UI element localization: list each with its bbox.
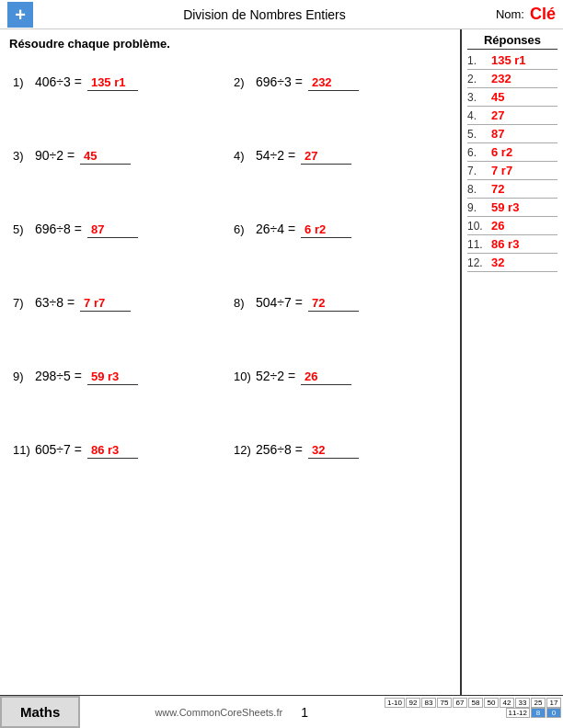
problem-equation: 696÷3 = bbox=[256, 74, 303, 89]
response-number: 3. bbox=[467, 91, 488, 104]
problem-content: 10) 52÷2 = 26 bbox=[234, 369, 447, 385]
problem-content: 1) 406÷3 = 135 r1 bbox=[13, 74, 226, 91]
problem-number: 3) bbox=[13, 149, 31, 163]
answer-line: 59 r3 bbox=[87, 370, 138, 385]
response-value: 32 bbox=[491, 256, 504, 269]
response-number: 12. bbox=[467, 256, 488, 269]
stats-row-header: 1-10 92 83 75 67 58 50 42 33 25 17 bbox=[385, 698, 561, 708]
answer-line: 26 bbox=[301, 370, 351, 385]
answer-value: 6 r2 bbox=[301, 222, 329, 236]
response-value: 232 bbox=[491, 72, 511, 85]
problem-equation: 90÷2 = bbox=[35, 148, 75, 163]
problem-equation: 605÷7 = bbox=[35, 442, 82, 457]
problem-number: 12) bbox=[234, 443, 252, 457]
problem-content: 9) 298÷5 = 59 r3 bbox=[13, 369, 226, 385]
response-number: 11. bbox=[467, 238, 488, 251]
response-item: 1. 135 r1 bbox=[467, 51, 557, 70]
problem-number: 9) bbox=[13, 370, 31, 383]
problem-row: 10) 52÷2 = 26 bbox=[230, 354, 451, 427]
problem-row: 8) 504÷7 = 72 bbox=[230, 280, 451, 354]
response-number: 5. bbox=[467, 128, 488, 141]
problem-row: 2) 696÷3 = 232 bbox=[230, 60, 451, 133]
stats-range-1: 1-10 bbox=[385, 698, 405, 708]
problem-number: 4) bbox=[234, 149, 252, 163]
response-value: 26 bbox=[491, 219, 504, 233]
problem-row: 7) 63÷8 = 7 r7 bbox=[9, 280, 230, 354]
problem-equation: 298÷5 = bbox=[35, 369, 82, 383]
answer-value: 32 bbox=[308, 443, 328, 457]
page-header: Division de Nombres Entiers Nom: Clé bbox=[0, 0, 563, 29]
response-value: 87 bbox=[491, 127, 504, 141]
responses-title: Réponses bbox=[467, 33, 557, 50]
problem-content: 8) 504÷7 = 72 bbox=[234, 295, 447, 312]
answer-line: 135 r1 bbox=[87, 75, 138, 91]
main-content: Résoudre chaque problème. 1) 406÷3 = 135… bbox=[0, 29, 563, 695]
problem-equation: 406÷3 = bbox=[35, 74, 82, 89]
problem-row: 5) 696÷8 = 87 bbox=[9, 207, 230, 280]
problem-number: 10) bbox=[234, 370, 252, 383]
stats-val-50: 50 bbox=[484, 698, 499, 708]
problem-row: 12) 256÷8 = 32 bbox=[230, 427, 451, 501]
problems-grid: 1) 406÷3 = 135 r1 2) 696÷3 = 232 bbox=[9, 60, 451, 501]
problem-content: 5) 696÷8 = 87 bbox=[13, 222, 226, 238]
problem-number: 11) bbox=[13, 443, 31, 457]
problem-row: 1) 406÷3 = 135 r1 bbox=[9, 60, 230, 133]
answer-line: 45 bbox=[80, 149, 131, 165]
nom-area: Nom: Clé bbox=[496, 5, 556, 24]
stats-val-67: 67 bbox=[453, 698, 467, 708]
problem-equation: 26÷4 = bbox=[256, 222, 295, 236]
cle-label: Clé bbox=[530, 5, 556, 24]
problem-row: 9) 298÷5 = 59 r3 bbox=[9, 354, 230, 427]
page-footer: Maths www.CommonCoreSheets.fr 1 1-10 92 … bbox=[0, 695, 563, 728]
page-title: Division de Nombres Entiers bbox=[33, 7, 496, 22]
problem-content: 12) 256÷8 = 32 bbox=[234, 442, 447, 459]
problem-equation: 256÷8 = bbox=[256, 442, 303, 457]
problem-equation: 52÷2 = bbox=[256, 369, 295, 383]
response-number: 10. bbox=[467, 220, 488, 233]
responses-column: Réponses 1. 135 r1 2. 232 3. 45 4. 27 5.… bbox=[462, 29, 563, 695]
problem-content: 6) 26÷4 = 6 r2 bbox=[234, 222, 447, 238]
response-value: 6 r2 bbox=[491, 145, 512, 159]
answer-line: 86 r3 bbox=[87, 443, 138, 459]
problem-number: 6) bbox=[234, 222, 252, 236]
stats-val-8: 8 bbox=[531, 708, 546, 718]
problem-content: 7) 63÷8 = 7 r7 bbox=[13, 295, 226, 312]
footer-page: 1 bbox=[301, 705, 308, 720]
problem-equation: 696÷8 = bbox=[35, 222, 82, 236]
response-number: 4. bbox=[467, 109, 488, 122]
answer-value: 87 bbox=[87, 222, 108, 236]
response-number: 1. bbox=[467, 54, 488, 67]
response-number: 6. bbox=[467, 146, 488, 159]
answer-value: 7 r7 bbox=[80, 296, 109, 310]
response-item: 12. 32 bbox=[467, 254, 557, 272]
response-value: 72 bbox=[491, 182, 504, 196]
footer-center: www.CommonCoreSheets.fr 1 bbox=[80, 696, 383, 728]
answer-line: 32 bbox=[308, 443, 359, 459]
answer-value: 232 bbox=[308, 75, 336, 89]
problem-equation: 63÷8 = bbox=[35, 295, 75, 310]
answer-value: 59 r3 bbox=[87, 370, 122, 383]
response-number: 2. bbox=[467, 73, 488, 85]
response-item: 2. 232 bbox=[467, 70, 557, 88]
problem-equation: 54÷2 = bbox=[256, 148, 295, 163]
problem-number: 8) bbox=[234, 296, 252, 310]
problem-row: 6) 26÷4 = 6 r2 bbox=[230, 207, 451, 280]
problem-row: 4) 54÷2 = 27 bbox=[230, 133, 451, 207]
problem-content: 4) 54÷2 = 27 bbox=[234, 148, 447, 165]
footer-stats: 1-10 92 83 75 67 58 50 42 33 25 17 11-12… bbox=[383, 696, 563, 728]
response-item: 5. 87 bbox=[467, 125, 557, 143]
response-item: 3. 45 bbox=[467, 88, 557, 107]
stats-val-0: 0 bbox=[546, 708, 561, 718]
response-value: 86 r3 bbox=[491, 237, 519, 251]
stats-val-75: 75 bbox=[437, 698, 452, 708]
answer-value: 72 bbox=[308, 296, 328, 310]
response-item: 6. 6 r2 bbox=[467, 143, 557, 162]
response-item: 11. 86 r3 bbox=[467, 235, 557, 254]
answer-value: 27 bbox=[301, 149, 321, 163]
problem-number: 2) bbox=[234, 75, 252, 89]
answer-line: 232 bbox=[308, 75, 359, 91]
answer-value: 86 r3 bbox=[87, 443, 122, 457]
answer-value: 26 bbox=[301, 370, 321, 383]
response-value: 59 r3 bbox=[491, 200, 519, 214]
worksheet-area: Résoudre chaque problème. 1) 406÷3 = 135… bbox=[0, 29, 462, 695]
